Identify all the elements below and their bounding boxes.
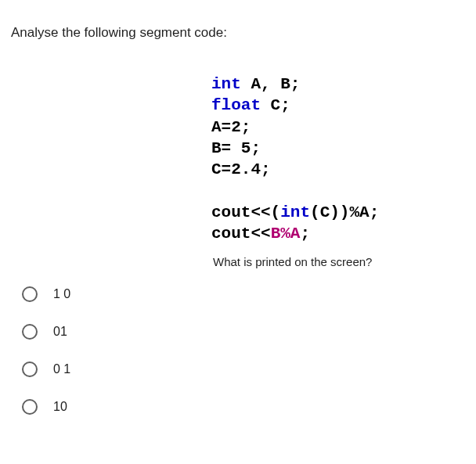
radio-icon	[22, 286, 38, 302]
code-text: ;	[300, 225, 310, 243]
radio-icon	[22, 361, 38, 377]
code-text: A=2;	[211, 118, 251, 136]
option-label: 1 0	[53, 287, 70, 301]
code-text: (C))%A;	[310, 203, 379, 221]
options-list: 1 0 01 0 1 10	[11, 286, 211, 415]
sub-prompt: What is printed on the screen?	[213, 255, 465, 268]
code-column: int A, B; float C; A=2; B= 5; C=2.4; cou…	[211, 74, 465, 437]
code-text: cout<<	[211, 225, 271, 243]
code-text: C;	[261, 96, 290, 114]
option-label: 10	[53, 400, 67, 414]
radio-icon	[22, 324, 38, 340]
options-column: 1 0 01 0 1 10	[11, 74, 211, 437]
radio-icon	[22, 399, 38, 415]
option-3[interactable]: 0 1	[22, 361, 211, 377]
option-label: 0 1	[53, 362, 70, 376]
code-keyword-int: int	[211, 75, 241, 93]
option-1[interactable]: 1 0	[22, 286, 211, 302]
code-text: cout<<(	[211, 203, 280, 221]
question-container: Analyse the following segment code: 1 0 …	[0, 0, 476, 437]
content-row: 1 0 01 0 1 10 int A, B; float C; A=2; B=…	[11, 74, 465, 437]
code-text: A, B;	[241, 75, 301, 93]
code-text: C=2.4;	[211, 160, 271, 178]
code-keyword-int: int	[280, 203, 310, 221]
code-expr: B%A	[271, 225, 301, 243]
option-label: 01	[53, 325, 67, 339]
code-keyword-float: float	[211, 96, 261, 114]
question-title: Analyse the following segment code:	[11, 25, 465, 41]
option-2[interactable]: 01	[22, 324, 211, 340]
code-block: int A, B; float C; A=2; B= 5; C=2.4; cou…	[211, 74, 465, 244]
code-text: B= 5;	[211, 139, 261, 157]
option-4[interactable]: 10	[22, 399, 211, 415]
